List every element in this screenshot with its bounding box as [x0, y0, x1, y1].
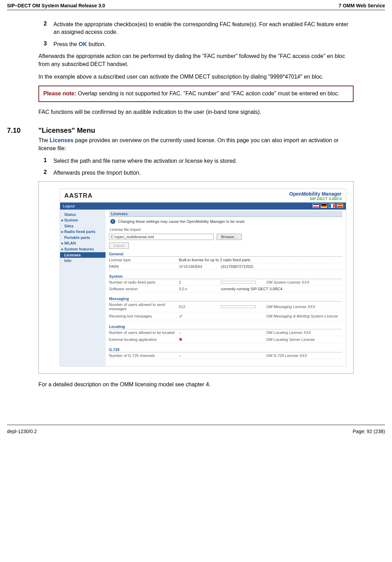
sidebar-nav: Status ▸System Sites ▸Radio fixed parts … [60, 210, 106, 366]
nav-system-features[interactable]: ▸System features [60, 246, 106, 252]
step-2-num: 2 [44, 21, 53, 36]
logout-bar: Logout [60, 203, 346, 210]
header-right: 7 OMM Web Service [339, 3, 385, 8]
section-g729: G.729 [109, 346, 342, 352]
note-label: Please note: [43, 90, 76, 96]
brand-block: OpenMobility Manager SIP-DECT 3.0RC4 [289, 191, 342, 201]
para-example: In the example above a subscribed user c… [38, 73, 354, 81]
row-rfp-count: Number of radio fixed parts 2 OM System … [109, 279, 342, 286]
nav-wlan[interactable]: ▸WLAN [60, 240, 106, 246]
step-3-text: Press the OK button. [53, 41, 354, 48]
row-license-type: License type Built-in license for up to … [109, 257, 342, 263]
progress-bar [221, 305, 256, 308]
nav-system[interactable]: ▸System [60, 217, 106, 223]
para-detail: For a detailed description on the OMM li… [38, 381, 354, 388]
section-system: System [109, 273, 342, 279]
para-afterwards: Afterwards the appropriate action can be… [38, 52, 354, 68]
cross-icon: ✖ [179, 337, 182, 342]
step-3: 3 Press the OK button. [38, 41, 354, 48]
flag-icon[interactable] [313, 204, 319, 208]
step-3-num: 3 [44, 41, 53, 48]
flag-icon[interactable] [337, 204, 343, 208]
import-button[interactable]: Import [109, 242, 129, 249]
lic-step-2-text: Afterwards press the Import button. [53, 169, 354, 177]
info-row: i Changing these settings may cause the … [109, 217, 342, 226]
lic-step-1-text: Select the path and file name where the … [53, 157, 354, 165]
check-icon: ✓ [179, 313, 183, 319]
screenshot-frame: AASTRA OpenMobility Manager SIP-DECT 3.0… [38, 181, 354, 374]
panel-title: Licenses [109, 211, 342, 217]
row-sw-version: Software version 3.0.x currently running… [109, 286, 342, 292]
nav-rfp[interactable]: ▸Radio fixed parts [60, 229, 106, 235]
language-flags[interactable] [312, 204, 343, 209]
section-messaging: Messaging [109, 295, 342, 301]
lic-step-1: 1 Select the path and file name where th… [38, 157, 354, 165]
import-row: Import [109, 243, 342, 248]
nav-status[interactable]: Status [60, 212, 106, 217]
lic-step-2-num: 2 [44, 169, 53, 177]
please-note-box: Please note: Overlap sending is not supp… [38, 86, 354, 102]
nav-pp[interactable]: Portable parts [60, 235, 106, 240]
footer-right: Page: 92 (238) [353, 429, 385, 434]
row-ext-locating: External locating application ✖ OM Locat… [109, 336, 342, 343]
section-number: 7.10 [7, 126, 38, 134]
flag-icon[interactable] [321, 204, 327, 208]
page-footer: depl-1230/0.2 Page: 92 (238) [7, 425, 385, 445]
ss-body: Status ▸System Sites ▸Radio fixed parts … [60, 210, 346, 366]
page-content: 2 Activate the appropriate checkbox(es) … [7, 10, 385, 404]
logout-link[interactable]: Logout [63, 204, 75, 208]
nav-sites[interactable]: Sites [60, 223, 106, 229]
para-confirm: FAC functions will be confirmed by an au… [38, 108, 354, 116]
row-recv-msgs: Receiving text messages ✓ OM Messaging &… [109, 312, 342, 320]
lic-step-1-num: 1 [44, 157, 53, 165]
section-heading-row: 7.10 "Licenses" Menu [7, 126, 354, 134]
lic-step-2: 2 Afterwards press the Import button. [38, 169, 354, 177]
file-import-label: License file import [109, 226, 342, 232]
note-text: Overlap sending is not supported for FAC… [78, 90, 339, 96]
nav-licenses[interactable]: Licenses [60, 252, 106, 258]
section-general: General [109, 250, 342, 257]
ss-top-bar: AASTRA OpenMobility Manager SIP-DECT 3.0… [60, 189, 346, 203]
footer-left: depl-1230/0.2 [7, 429, 37, 434]
brand-sub: SIP-DECT 3.0RC4 [289, 197, 342, 201]
progress-bar [221, 281, 256, 284]
file-input-row: C:\open_mob\license.xml Browse... [109, 232, 342, 243]
step-2: 2 Activate the appropriate checkbox(es) … [38, 21, 354, 36]
row-park: PARK 1F1E18EBA4 (31170307272202) [109, 263, 342, 270]
row-g729: Number of G.729 channels – OM G.729 Lice… [109, 352, 342, 359]
info-text: Changing these settings may cause the Op… [118, 219, 245, 224]
row-located-users: Number of users allowed to be located – … [109, 329, 342, 336]
licenses-intro: The Licenses page provides an overview o… [38, 137, 354, 152]
nav-info[interactable]: Info [60, 258, 106, 263]
ss-main-panel: Licenses i Changing these settings may c… [106, 210, 346, 366]
flag-icon[interactable] [329, 204, 335, 208]
section-title: "Licenses" Menu [38, 126, 95, 134]
aastra-logo: AASTRA [64, 192, 93, 199]
step-2-text: Activate the appropriate checkbox(es) to… [53, 21, 354, 36]
omm-screenshot: AASTRA OpenMobility Manager SIP-DECT 3.0… [60, 189, 346, 366]
section-locating: Locating [109, 323, 342, 329]
file-path-input[interactable]: C:\open_mob\license.xml [109, 234, 214, 240]
licenses-link: Licenses [50, 137, 73, 143]
brand-main: OpenMobility Manager [289, 191, 342, 197]
row-send-msgs: Number of users allowed to send messages… [109, 301, 342, 312]
header-left: SIP–DECT OM System Manual Release 3.0 [7, 3, 105, 8]
browse-button[interactable]: Browse... [217, 234, 242, 240]
info-icon: i [110, 219, 115, 224]
page-header: SIP–DECT OM System Manual Release 3.0 7 … [7, 0, 385, 10]
ok-link: OK [79, 41, 87, 47]
